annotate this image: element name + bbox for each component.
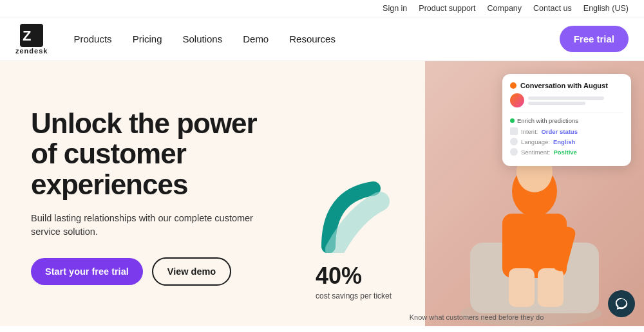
hero-caption: Know what customers need before they do — [410, 313, 544, 321]
stat-box: 40% cost savings per ticket — [316, 249, 392, 300]
arc-decoration — [316, 176, 393, 255]
conv-row-language: Language: English — [510, 138, 623, 145]
svg-rect-7 — [538, 268, 564, 307]
conv-line-2 — [528, 102, 585, 105]
conv-avatar — [510, 93, 524, 107]
nav-links: Products Pricing Solutions Demo Resource… — [73, 33, 559, 44]
hero-right: 40% cost savings per ticket — [309, 61, 644, 326]
nav-products[interactable]: Products — [73, 33, 111, 44]
language-selector[interactable]: English (US) — [583, 4, 629, 13]
stat-suffix: % — [341, 263, 362, 289]
chat-button[interactable] — [608, 290, 635, 317]
conv-section-title: Enrich with predictions — [510, 117, 623, 124]
conv-status-dot — [510, 82, 516, 89]
logo-text: zendesk — [15, 47, 48, 55]
hero-subtext: Build lasting relationships with our com… — [31, 212, 269, 240]
conv-divider — [510, 113, 623, 113]
conv-row-sentiment: Sentiment: Positive — [510, 148, 623, 156]
contact-link[interactable]: Contact us — [533, 4, 572, 13]
conv-title: Conversation with August — [520, 82, 608, 89]
hero-section: Unlock the power of customer experiences… — [0, 61, 644, 326]
conv-avatar-row — [510, 93, 623, 107]
product-support-link[interactable]: Product support — [419, 4, 475, 13]
top-bar: Sign in Product support Company Contact … — [0, 0, 644, 17]
sentiment-icon — [510, 148, 518, 156]
stat-number: 40% — [316, 249, 392, 290]
intent-icon — [510, 127, 518, 135]
main-nav: Z zendesk Products Pricing Solutions Dem… — [0, 17, 644, 61]
nav-pricing[interactable]: Pricing — [133, 33, 162, 44]
conversation-card: Conversation with August Enrich with pre… — [502, 74, 631, 166]
logo[interactable]: Z zendesk — [15, 24, 48, 55]
hero-headline: Unlock the power of customer experiences — [31, 108, 283, 200]
nav-demo[interactable]: Demo — [243, 33, 269, 44]
conv-message-lines — [528, 97, 623, 105]
signin-link[interactable]: Sign in — [383, 4, 407, 13]
conv-line-1 — [528, 97, 604, 100]
conv-header: Conversation with August — [510, 82, 623, 89]
language-icon — [510, 138, 518, 145]
free-trial-button[interactable]: Free trial — [560, 26, 629, 52]
hero-buttons: Start your free trial View demo — [31, 257, 283, 286]
zendesk-logo-icon: Z — [20, 24, 43, 47]
company-link[interactable]: Company — [488, 4, 522, 13]
enrich-indicator — [510, 118, 515, 123]
chat-icon — [614, 297, 629, 311]
nav-solutions[interactable]: Solutions — [182, 33, 222, 44]
svg-text:Z: Z — [23, 28, 31, 44]
stat-label: cost savings per ticket — [316, 291, 392, 300]
view-demo-button[interactable]: View demo — [152, 257, 231, 286]
conv-row-intent: Intent: Order status — [510, 127, 623, 135]
svg-rect-6 — [509, 268, 535, 307]
nav-resources[interactable]: Resources — [289, 33, 336, 44]
hero-left: Unlock the power of customer experiences… — [0, 61, 309, 326]
start-trial-button[interactable]: Start your free trial — [31, 258, 143, 285]
